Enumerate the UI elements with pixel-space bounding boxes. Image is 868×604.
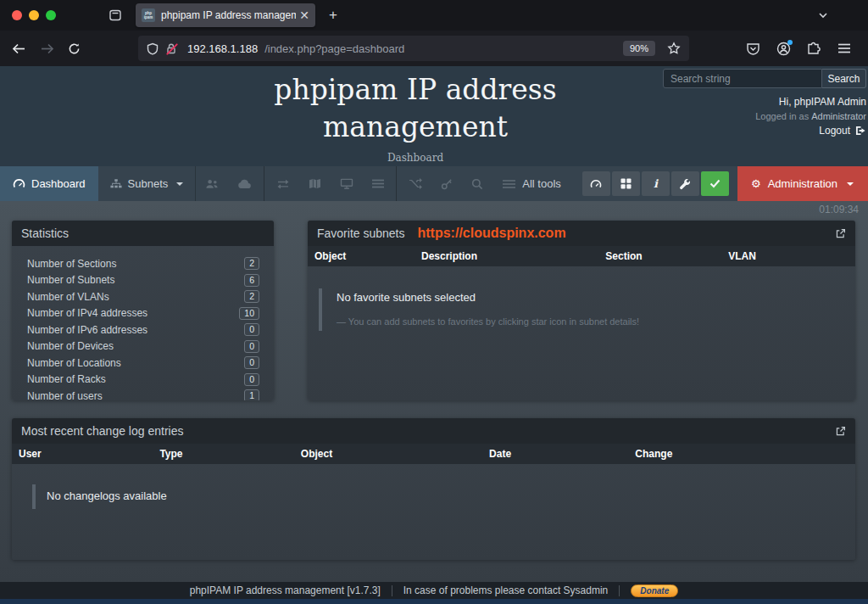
col-type: Type [159,448,300,460]
address-bar[interactable]: 192.168.1.188/index.php?page=dashboard 9… [138,36,689,61]
administration-menu-button[interactable]: ⚙ Administration [737,166,868,201]
changelog-widget: Most recent change log entries User Type… [12,418,855,560]
quick-dashboard-button[interactable] [582,171,610,196]
nav-dashboard[interactable]: Dashboard [0,166,98,201]
tab-close-icon[interactable]: ✕ [299,8,309,22]
site-title[interactable]: phpipam IP address management [229,71,602,146]
site-footer: phpIPAM IP address management [v1.7.3] I… [0,582,868,599]
stat-row-vlans[interactable]: Number of VLANs 2 [27,288,259,305]
administration-label: Administration [768,177,837,190]
nav-exchange-icon[interactable] [267,166,299,201]
quick-grid-button[interactable] [612,171,640,196]
stat-value-badge: 2 [244,290,259,303]
donate-button[interactable]: Donate [631,584,678,597]
url-host: 192.168.1.188 [187,42,258,55]
bookmark-star-icon[interactable] [667,42,681,55]
firefox-window: php ipam phpipam IP address managemen ✕ … [0,0,868,604]
favorites-empty-title: No favorite subnets selected [337,291,855,304]
back-button[interactable] [12,42,26,55]
reload-button[interactable] [68,42,81,55]
sitemap-icon [110,178,122,189]
stat-row-ipv6[interactable]: Number of IPv6 addresses 0 [27,322,259,338]
menu-hamburger-icon[interactable] [837,42,851,54]
quick-wrench-button[interactable] [671,171,699,196]
nav-shuffle-icon[interactable] [399,166,431,201]
account-icon[interactable] [776,42,791,56]
new-tab-button[interactable]: + [329,7,337,24]
pocket-icon[interactable] [746,42,760,56]
nav-subnets[interactable]: Subnets [98,166,197,201]
col-description: Description [421,250,605,262]
user-greeting: Hi, phpIPAM Admin [663,96,866,108]
quick-check-button[interactable] [701,171,729,196]
firefox-view-icon[interactable] [108,8,122,22]
dashboard-content: 01:09:34 Statistics Number of Sections 2… [0,201,868,582]
zoom-level-badge[interactable]: 90% [623,41,655,56]
quick-info-button[interactable]: i [642,171,670,196]
stat-value-badge: 0 [244,356,259,369]
stat-label: Number of Devices [27,340,114,352]
window-controls [12,10,56,20]
stat-row-ipv4[interactable]: Number of IPv4 addresses 10 [27,305,259,322]
tracking-protection-shield-icon[interactable] [147,42,159,55]
stat-row-devices[interactable]: Number of Devices 0 [27,338,259,355]
nav-all-tools-label: All tools [522,177,561,190]
list-all-tabs-icon[interactable] [817,9,829,21]
watermark-link[interactable]: https://cloudspinx.com [418,226,566,241]
col-date: Date [489,448,635,460]
stat-value-badge: 6 [244,274,259,287]
external-link-icon[interactable] [835,426,846,437]
toolbar-right-icons [746,42,856,56]
stat-value-badge: 1 [244,389,259,400]
changelog-empty-message: No changelogs available [47,489,855,502]
nav-divider [264,166,264,201]
nav-map-icon[interactable] [299,166,331,201]
stat-value-badge: 0 [244,340,259,353]
browser-tab-bar: php ipam phpipam IP address managemen ✕ … [0,0,868,31]
phpipam-favicon: php ipam [142,8,155,22]
footer-divider [392,585,392,596]
nav-list-icon[interactable] [363,166,393,201]
col-object: Object [314,250,421,262]
stat-label: Number of IPv6 addresses [27,324,147,336]
main-navigation: Dashboard Subnets [0,166,868,201]
external-link-icon[interactable] [835,228,846,239]
chevron-down-icon [176,182,183,186]
extensions-puzzle-icon[interactable] [807,42,821,56]
info-icon: i [654,177,658,190]
stat-row-subnets[interactable]: Number of Subnets 6 [27,272,259,289]
logout-link[interactable]: Logout [663,125,866,137]
nav-quick-buttons: i ⚙ Administration [582,166,868,201]
statistics-title: Statistics [21,226,69,240]
insecure-connection-lock-icon[interactable] [165,42,177,55]
all-tools-list-icon [503,179,515,189]
server-clock: 01:09:34 [819,204,859,215]
stat-row-locations[interactable]: Number of Locations 0 [27,355,259,372]
maximize-window-button[interactable] [46,10,56,20]
nav-search-icon[interactable] [462,166,492,201]
nav-key-icon[interactable] [431,166,462,201]
forward-button[interactable] [40,42,54,55]
favorites-title: Favorite subnets [317,226,405,240]
minimize-window-button[interactable] [29,10,39,20]
account-notification-dot [787,40,793,45]
browser-tab[interactable]: php ipam phpipam IP address managemen ✕ [136,3,315,27]
col-user: User [19,448,159,460]
user-area: Search Hi, phpIPAM Admin Logged in asAdm… [663,69,866,137]
nav-users-icon[interactable] [196,166,228,201]
stat-row-users[interactable]: Number of users 1 [27,388,259,400]
changelog-empty-state: No changelogs available [32,484,855,509]
nav-all-tools[interactable]: All tools [492,166,571,201]
browser-toolbar: 192.168.1.188/index.php?page=dashboard 9… [0,31,868,66]
close-window-button[interactable] [12,10,22,20]
favorites-empty-state: No favorite subnets selected — You can a… [319,288,855,331]
dashboard-gauge-icon [13,177,25,190]
search-button[interactable]: Search [822,69,866,88]
stat-row-sections[interactable]: Number of Sections 2 [27,255,259,272]
nav-desktop-icon[interactable] [331,166,363,201]
search-input[interactable] [663,69,822,88]
logout-label: Logout [819,125,850,137]
chevron-down-icon [847,182,854,186]
stat-row-racks[interactable]: Number of Racks 0 [27,372,259,389]
nav-cloud-icon[interactable] [228,166,261,201]
